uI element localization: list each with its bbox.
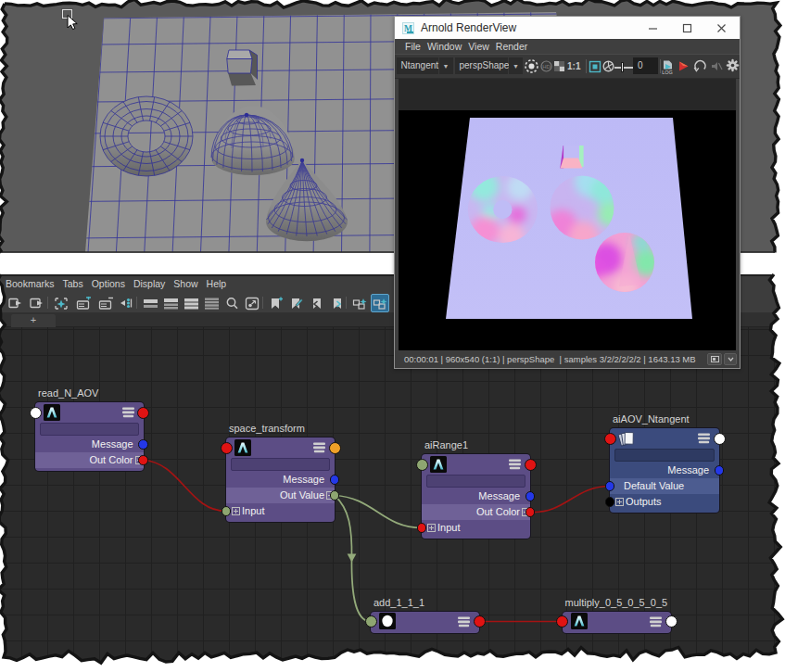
port-header-right[interactable] [525, 459, 537, 471]
node-body: MessageOut ColorInput [422, 454, 530, 539]
port-header-left[interactable] [556, 615, 568, 628]
node-attr-label: Input [242, 503, 264, 519]
port-Out Value[interactable] [330, 490, 339, 500]
port-Default Value[interactable] [605, 481, 614, 490]
expand-port-icon[interactable] [232, 507, 240, 515]
port-Out Color[interactable] [138, 455, 147, 464]
port-Input[interactable] [222, 506, 231, 515]
layers-node-icon [618, 430, 635, 447]
node-menu-icon[interactable] [509, 458, 521, 470]
debug-slider-track[interactable] [614, 67, 633, 69]
port-Input[interactable] [417, 523, 426, 532]
status-expand-button[interactable] [724, 353, 737, 365]
node-row-input[interactable]: Input [226, 503, 335, 519]
node-title: aiAOV_Ntangent [613, 413, 690, 425]
node-preview-field [40, 423, 139, 436]
node-menu-icon[interactable] [650, 615, 662, 628]
port-header-left[interactable] [30, 407, 42, 419]
node-row-message[interactable]: Message [226, 472, 335, 488]
node-body [563, 612, 672, 634]
background-checker-icon[interactable] [554, 61, 564, 71]
isolate-selected-icon[interactable] [677, 60, 690, 72]
update-full-scene-icon[interactable] [693, 59, 707, 73]
node-attr-label: Out Color [89, 452, 133, 468]
node-attr-label: Outputs [626, 494, 662, 510]
node-row-message[interactable]: Message [422, 488, 530, 504]
port-header-left[interactable] [221, 442, 233, 454]
node-menu-icon[interactable] [458, 615, 470, 628]
port-header-right[interactable] [137, 407, 149, 419]
port-Message[interactable] [525, 491, 535, 501]
port-Message[interactable] [330, 475, 339, 484]
port-Out Color[interactable] [525, 507, 535, 516]
arnold-menu-view[interactable]: View [468, 41, 489, 52]
debug-slider-handle[interactable] [621, 62, 625, 72]
node-menu-icon[interactable] [313, 441, 325, 453]
node-attr-label: Out Color [476, 504, 520, 520]
node-menu-icon[interactable] [698, 432, 710, 444]
node-row-input[interactable]: Input [422, 520, 530, 536]
arnold-toolbar: Ntangent▼perspShape▼ HD 1:1 0 LOG [395, 54, 740, 79]
node-body: MessageDefault ValueOutputs [610, 428, 719, 513]
arnold-menu-file[interactable]: File [405, 41, 421, 52]
port-Message[interactable] [715, 465, 724, 475]
debug-shading-icon[interactable] [602, 60, 614, 72]
expand-port-icon[interactable] [427, 524, 436, 532]
window-titlebar[interactable]: M Arnold RenderView [395, 17, 740, 39]
node-attr-label: Message [92, 437, 133, 452]
zoom-1-1-label[interactable]: 1:1 [567, 61, 580, 71]
node-multiply_0_5_0_5_0_5[interactable]: multiply_0_5_0_5_0_5 [563, 612, 672, 634]
save-aovs-icon[interactable]: LOG [661, 59, 675, 74]
maya-logo-icon: M [402, 22, 414, 34]
svg-text:LOG: LOG [662, 70, 673, 75]
port-Message[interactable] [138, 439, 147, 449]
toolbar-separator [586, 59, 587, 73]
node-attr-label: Out Value [280, 488, 324, 503]
port-header-right[interactable] [714, 433, 726, 445]
render-status-text: 00:00:01 | 960x540 (1:1) | perspShape | … [404, 354, 696, 364]
node-title: read_N_AOV [38, 387, 98, 399]
arnold-renderview-window: M Arnold RenderView FileWindowViewRender… [394, 16, 741, 369]
node-preview-field [231, 458, 330, 471]
node-space_transform[interactable]: space_transform MessageOut ValueInput [226, 437, 335, 522]
port-header-right[interactable] [474, 615, 486, 628]
aov-select-arrow-icon[interactable]: ▼ [439, 57, 453, 74]
node-row-message[interactable]: Message [35, 437, 144, 452]
arnold-menu-render[interactable]: Render [496, 41, 527, 52]
mouse-cursor [63, 10, 78, 30]
maximize-button[interactable] [679, 20, 695, 35]
mute-notifications-icon[interactable] [710, 60, 723, 72]
debug-value-field[interactable]: 0 [633, 57, 658, 74]
arnold-menu-window[interactable]: Window [427, 41, 462, 52]
port-header-left[interactable] [416, 459, 428, 471]
port-header-left[interactable] [604, 433, 616, 445]
snapshots-icon[interactable] [524, 58, 539, 74]
close-button[interactable] [714, 20, 729, 35]
render-view-area[interactable] [399, 79, 736, 350]
node-row-out-value[interactable]: Out Value [226, 488, 335, 503]
node-row-default-value[interactable]: Default Value [610, 478, 719, 494]
node-aiAOV_Ntangent[interactable]: aiAOV_Ntangent MessageDefault ValueOutpu… [610, 428, 719, 513]
port-Outputs[interactable] [605, 497, 614, 506]
settings-gear-icon[interactable] [726, 58, 740, 72]
hdr-icon[interactable]: HD [540, 60, 552, 72]
aov-select[interactable]: Ntangent [397, 57, 438, 74]
node-row-outputs[interactable]: Outputs [610, 494, 719, 510]
port-header-left[interactable] [365, 615, 377, 628]
port-header-right[interactable] [329, 442, 341, 454]
expand-port-icon[interactable] [615, 498, 624, 506]
node-row-out-color[interactable]: Out Color [422, 504, 530, 520]
node-row-out-color[interactable]: Out Color [35, 452, 144, 468]
arnold-menubar: FileWindowViewRender [395, 39, 740, 54]
render-region-icon[interactable] [589, 60, 601, 73]
node-menu-icon[interactable] [122, 406, 134, 418]
camera-select[interactable]: perspShape [455, 57, 509, 74]
node-add_1_1_1[interactable]: add_1_1_1 [371, 612, 479, 634]
display-gamma-button[interactable] [707, 353, 722, 365]
minimize-button[interactable] [645, 20, 661, 35]
camera-select-arrow-icon[interactable]: ▼ [509, 57, 523, 74]
node-read_N_AOV[interactable]: read_N_AOV MessageOut Color [35, 402, 144, 471]
node-row-message[interactable]: Message [610, 463, 719, 478]
node-aiRange1[interactable]: aiRange1 MessageOut ColorInput [422, 454, 530, 539]
port-header-right[interactable] [665, 615, 677, 628]
